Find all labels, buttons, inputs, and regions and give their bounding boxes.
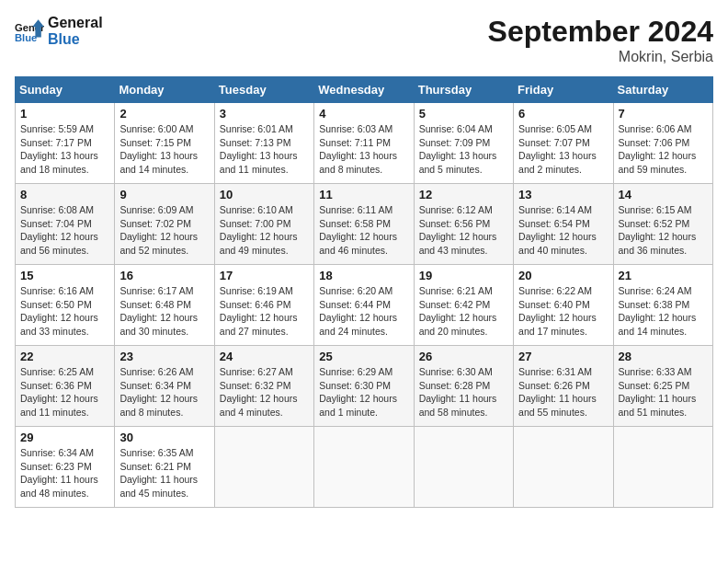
calendar-cell	[214, 427, 313, 508]
logo: General Blue General Blue	[15, 15, 103, 49]
calendar-cell: 8Sunrise: 6:08 AM Sunset: 7:04 PM Daylig…	[16, 184, 115, 265]
week-row-4: 22Sunrise: 6:25 AM Sunset: 6:36 PM Dayli…	[16, 346, 713, 427]
weekday-sunday: Sunday	[16, 77, 115, 103]
calendar-cell: 29Sunrise: 6:34 AM Sunset: 6:23 PM Dayli…	[16, 427, 115, 508]
day-number: 15	[20, 269, 109, 282]
day-info: Sunrise: 6:04 AM Sunset: 7:09 PM Dayligh…	[419, 122, 508, 177]
day-info: Sunrise: 6:03 AM Sunset: 7:11 PM Dayligh…	[319, 122, 408, 177]
day-number: 16	[119, 269, 209, 282]
svg-text:Blue: Blue	[15, 33, 37, 44]
day-info: Sunrise: 6:27 AM Sunset: 6:32 PM Dayligh…	[220, 365, 309, 419]
day-number: 10	[220, 188, 309, 201]
day-info: Sunrise: 6:29 AM Sunset: 6:30 PM Dayligh…	[319, 365, 408, 419]
logo-general: General	[48, 15, 103, 31]
day-info: Sunrise: 6:30 AM Sunset: 6:28 PM Dayligh…	[419, 365, 508, 419]
day-info: Sunrise: 6:09 AM Sunset: 7:02 PM Dayligh…	[119, 203, 209, 258]
calendar-cell: 4Sunrise: 6:03 AM Sunset: 7:11 PM Daylig…	[314, 103, 414, 184]
day-number: 27	[518, 350, 608, 363]
day-number: 1	[20, 107, 109, 121]
day-info: Sunrise: 6:01 AM Sunset: 7:13 PM Dayligh…	[220, 122, 309, 177]
day-number: 6	[518, 107, 608, 121]
day-number: 25	[319, 350, 408, 363]
day-info: Sunrise: 6:11 AM Sunset: 6:58 PM Dayligh…	[319, 203, 408, 258]
calendar-cell: 5Sunrise: 6:04 AM Sunset: 7:09 PM Daylig…	[414, 103, 513, 184]
day-number: 11	[319, 188, 408, 201]
logo-blue: Blue	[48, 31, 103, 48]
calendar-body: 1Sunrise: 5:59 AM Sunset: 7:17 PM Daylig…	[16, 103, 713, 508]
weekday-tuesday: Tuesday	[214, 77, 313, 103]
calendar-cell: 17Sunrise: 6:19 AM Sunset: 6:46 PM Dayli…	[214, 265, 313, 346]
day-number: 2	[119, 107, 209, 121]
day-info: Sunrise: 6:24 AM Sunset: 6:38 PM Dayligh…	[619, 284, 708, 339]
logo-icon: General Blue	[15, 17, 44, 46]
calendar-cell: 14Sunrise: 6:15 AM Sunset: 6:52 PM Dayli…	[613, 184, 712, 265]
page-header: General Blue General Blue September 2024…	[15, 15, 713, 65]
weekday-saturday: Saturday	[613, 77, 712, 103]
day-info: Sunrise: 6:06 AM Sunset: 7:06 PM Dayligh…	[619, 122, 708, 177]
month-year: September 2024	[488, 15, 713, 49]
day-info: Sunrise: 6:16 AM Sunset: 6:50 PM Dayligh…	[20, 284, 109, 339]
weekday-friday: Friday	[514, 77, 613, 103]
day-info: Sunrise: 6:21 AM Sunset: 6:42 PM Dayligh…	[419, 284, 508, 339]
calendar-cell	[314, 427, 414, 508]
day-info: Sunrise: 5:59 AM Sunset: 7:17 PM Dayligh…	[20, 122, 109, 177]
calendar-cell: 19Sunrise: 6:21 AM Sunset: 6:42 PM Dayli…	[414, 265, 513, 346]
day-info: Sunrise: 6:20 AM Sunset: 6:44 PM Dayligh…	[319, 284, 408, 339]
day-info: Sunrise: 6:00 AM Sunset: 7:15 PM Dayligh…	[119, 122, 209, 177]
calendar-cell: 13Sunrise: 6:14 AM Sunset: 6:54 PM Dayli…	[514, 184, 613, 265]
day-number: 18	[319, 269, 408, 282]
calendar-cell: 3Sunrise: 6:01 AM Sunset: 7:13 PM Daylig…	[214, 103, 313, 184]
location: Mokrin, Serbia	[488, 49, 713, 65]
day-number: 5	[419, 107, 508, 121]
day-number: 3	[220, 107, 309, 121]
calendar-cell	[514, 427, 613, 508]
day-info: Sunrise: 6:08 AM Sunset: 7:04 PM Dayligh…	[20, 203, 109, 258]
weekday-thursday: Thursday	[414, 77, 513, 103]
day-info: Sunrise: 6:22 AM Sunset: 6:40 PM Dayligh…	[518, 284, 608, 339]
calendar-cell: 25Sunrise: 6:29 AM Sunset: 6:30 PM Dayli…	[314, 346, 414, 427]
day-number: 29	[20, 431, 109, 444]
day-number: 28	[619, 350, 708, 363]
day-number: 24	[220, 350, 309, 363]
day-number: 9	[119, 188, 209, 201]
day-number: 20	[518, 269, 608, 282]
day-number: 8	[20, 188, 109, 201]
day-number: 30	[119, 431, 209, 444]
day-info: Sunrise: 6:05 AM Sunset: 7:07 PM Dayligh…	[518, 122, 608, 177]
calendar-cell: 24Sunrise: 6:27 AM Sunset: 6:32 PM Dayli…	[214, 346, 313, 427]
day-number: 19	[419, 269, 508, 282]
calendar-cell: 23Sunrise: 6:26 AM Sunset: 6:34 PM Dayli…	[115, 346, 214, 427]
calendar-cell: 27Sunrise: 6:31 AM Sunset: 6:26 PM Dayli…	[514, 346, 613, 427]
day-number: 23	[119, 350, 209, 363]
day-info: Sunrise: 6:14 AM Sunset: 6:54 PM Dayligh…	[518, 203, 608, 258]
day-number: 22	[20, 350, 109, 363]
weekday-header-row: SundayMondayTuesdayWednesdayThursdayFrid…	[16, 77, 713, 103]
calendar-cell: 28Sunrise: 6:33 AM Sunset: 6:25 PM Dayli…	[613, 346, 712, 427]
day-info: Sunrise: 6:26 AM Sunset: 6:34 PM Dayligh…	[119, 365, 209, 419]
calendar-cell: 16Sunrise: 6:17 AM Sunset: 6:48 PM Dayli…	[115, 265, 214, 346]
day-info: Sunrise: 6:35 AM Sunset: 6:21 PM Dayligh…	[119, 446, 209, 500]
calendar-table: SundayMondayTuesdayWednesdayThursdayFrid…	[15, 76, 713, 508]
calendar-cell: 18Sunrise: 6:20 AM Sunset: 6:44 PM Dayli…	[314, 265, 414, 346]
calendar-cell: 1Sunrise: 5:59 AM Sunset: 7:17 PM Daylig…	[16, 103, 115, 184]
week-row-5: 29Sunrise: 6:34 AM Sunset: 6:23 PM Dayli…	[16, 427, 713, 508]
calendar-cell: 12Sunrise: 6:12 AM Sunset: 6:56 PM Dayli…	[414, 184, 513, 265]
week-row-1: 1Sunrise: 5:59 AM Sunset: 7:17 PM Daylig…	[16, 103, 713, 184]
calendar-cell	[414, 427, 513, 508]
weekday-monday: Monday	[115, 77, 214, 103]
day-info: Sunrise: 6:15 AM Sunset: 6:52 PM Dayligh…	[619, 203, 708, 258]
day-number: 12	[419, 188, 508, 201]
day-info: Sunrise: 6:12 AM Sunset: 6:56 PM Dayligh…	[419, 203, 508, 258]
day-number: 21	[619, 269, 708, 282]
calendar-cell: 20Sunrise: 6:22 AM Sunset: 6:40 PM Dayli…	[514, 265, 613, 346]
day-number: 4	[319, 107, 408, 121]
calendar-cell: 15Sunrise: 6:16 AM Sunset: 6:50 PM Dayli…	[16, 265, 115, 346]
calendar-cell: 21Sunrise: 6:24 AM Sunset: 6:38 PM Dayli…	[613, 265, 712, 346]
calendar-cell: 10Sunrise: 6:10 AM Sunset: 7:00 PM Dayli…	[214, 184, 313, 265]
calendar-cell: 6Sunrise: 6:05 AM Sunset: 7:07 PM Daylig…	[514, 103, 613, 184]
day-info: Sunrise: 6:25 AM Sunset: 6:36 PM Dayligh…	[20, 365, 109, 419]
day-info: Sunrise: 6:10 AM Sunset: 7:00 PM Dayligh…	[220, 203, 309, 258]
weekday-wednesday: Wednesday	[314, 77, 414, 103]
calendar-cell: 2Sunrise: 6:00 AM Sunset: 7:15 PM Daylig…	[115, 103, 214, 184]
title-block: September 2024 Mokrin, Serbia	[488, 15, 713, 65]
